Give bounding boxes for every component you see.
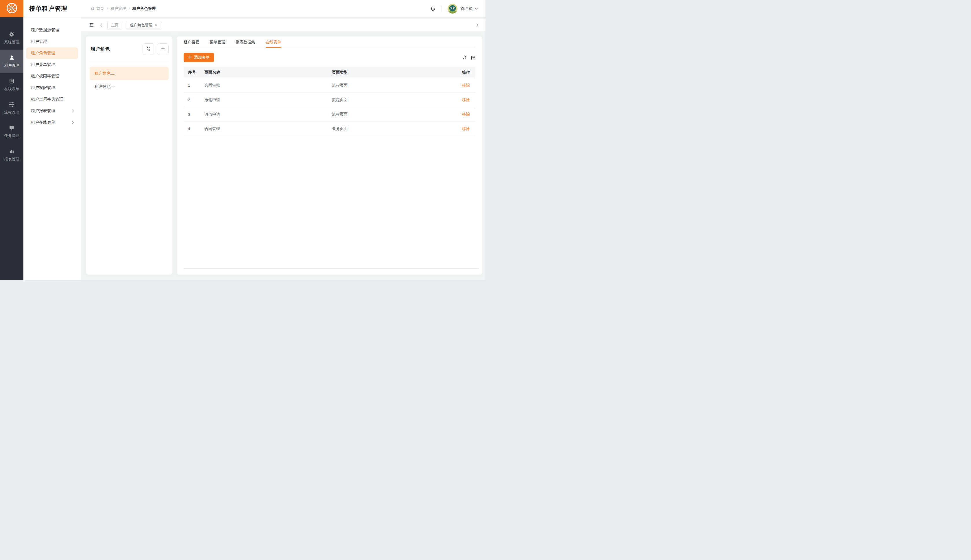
menu-item-tenant[interactable]: 租户管理 xyxy=(26,36,78,47)
menu-item-label: 租户数据源管理 xyxy=(31,27,59,33)
sidebar-item-online-form[interactable]: 在线表单 xyxy=(0,73,23,97)
breadcrumb: 首页 / 租户管理 / 租户角色管理 xyxy=(90,6,156,11)
add-form-button[interactable]: 添加表单 xyxy=(184,53,214,62)
breadcrumb-home[interactable]: 首页 xyxy=(90,6,104,11)
table-row: 3 请假申请 流程页面 移除 xyxy=(184,107,475,122)
menu-item-label: 租户在线表单 xyxy=(31,120,55,125)
refresh-table-icon[interactable] xyxy=(462,55,467,60)
role-panel-title: 租户角色 xyxy=(91,46,142,52)
collapse-sidebar-icon[interactable] xyxy=(89,22,94,28)
cell-index: 1 xyxy=(184,83,204,88)
menu-item-tenant-report[interactable]: 租户报表管理 xyxy=(26,105,78,117)
role-panel-header: 租户角色 xyxy=(86,37,172,62)
cell-page-name: 合同审批 xyxy=(204,83,332,88)
cell-page-type: 流程页面 xyxy=(332,83,452,88)
menu-item-permission-word[interactable]: 租户权限字管理 xyxy=(26,70,78,82)
home-icon xyxy=(90,6,95,11)
menu-item-tenant-role[interactable]: 租户角色管理 xyxy=(26,47,78,59)
breadcrumb-home-label: 首页 xyxy=(96,6,104,11)
avatar xyxy=(448,4,458,13)
close-icon[interactable]: × xyxy=(155,23,157,27)
remove-link[interactable]: 移除 xyxy=(462,127,470,131)
citrus-logo-icon xyxy=(5,2,18,16)
module-sidebar: 系统管理 租户管理 在线表单 xyxy=(0,17,23,280)
sidebar-item-system[interactable]: 系统管理 xyxy=(0,26,23,50)
menu-item-label: 租户菜单管理 xyxy=(31,62,55,67)
menu-item-label: 租户权限管理 xyxy=(31,85,55,90)
menu-item-label: 租户权限字管理 xyxy=(31,74,59,79)
header-divider xyxy=(441,5,442,12)
sidebar-item-task[interactable]: 任务管理 xyxy=(0,120,23,143)
tenant-role-panel: 租户角色 xyxy=(86,37,172,275)
menu-item-tenant-menu[interactable]: 租户菜单管理 xyxy=(26,59,78,70)
role-list-item[interactable]: 租户角色一 xyxy=(90,80,169,93)
column-header-page-type: 页面类型 xyxy=(332,70,452,75)
tab-label: 在线表单 xyxy=(266,40,281,45)
remove-link[interactable]: 移除 xyxy=(462,83,470,88)
app-window: 橙单租户管理 首页 / 租户管理 / 租户角色管理 xyxy=(0,0,486,280)
column-settings-icon[interactable] xyxy=(470,55,475,60)
cell-page-type: 流程页面 xyxy=(332,112,452,117)
table-row: 1 合同审批 流程页面 移除 xyxy=(184,78,475,93)
sidebar-item-label: 任务管理 xyxy=(4,133,19,138)
page-tab-tenant-role[interactable]: 租户角色管理 × xyxy=(126,21,161,30)
tab-report-dataset[interactable]: 报表数据集 xyxy=(236,37,255,48)
table-bottom-scrollbar[interactable] xyxy=(184,268,479,269)
plus-icon xyxy=(188,55,192,60)
refresh-icon xyxy=(146,46,151,52)
sliders-icon xyxy=(9,102,15,107)
form-table: 序号 页面名称 页面类型 操作 1 合同审批 流程页面 移除 2 报销申请 xyxy=(184,67,475,136)
sidebar-item-workflow[interactable]: 流程管理 xyxy=(0,97,23,120)
clipboard-icon xyxy=(9,78,15,84)
menu-item-permission[interactable]: 租户权限管理 xyxy=(26,82,78,93)
scroll-tabs-left-icon[interactable] xyxy=(99,23,104,27)
page-tab-home[interactable]: 主页 xyxy=(107,21,122,30)
cell-page-type: 流程页面 xyxy=(332,97,452,103)
remove-link[interactable]: 移除 xyxy=(462,98,470,102)
menu-item-label: 租户报表管理 xyxy=(31,108,55,113)
cell-page-name: 合同管理 xyxy=(204,126,332,132)
cell-page-name: 报销申请 xyxy=(204,97,332,103)
add-role-button[interactable] xyxy=(157,43,169,55)
tab-tenant-auth[interactable]: 租户授权 xyxy=(184,37,199,48)
tab-menu-manage[interactable]: 菜单管理 xyxy=(210,37,225,48)
user-menu[interactable]: 管理员 xyxy=(448,4,478,13)
breadcrumb-separator: / xyxy=(129,7,130,11)
chevron-right-icon xyxy=(71,109,75,113)
top-bar: 橙单租户管理 首页 / 租户管理 / 租户角色管理 xyxy=(0,0,486,17)
tab-label: 租户授权 xyxy=(184,40,199,45)
table-row: 2 报销申请 流程页面 移除 xyxy=(184,93,475,107)
sidebar-item-report[interactable]: 报表管理 xyxy=(0,143,23,167)
sidebar-item-tenant[interactable]: 租户管理 xyxy=(0,50,23,73)
topbar-right: 管理员 xyxy=(430,4,486,13)
notification-bell-icon[interactable] xyxy=(430,6,436,12)
scroll-tabs-right-icon[interactable] xyxy=(475,23,480,27)
form-toolbar: 添加表单 xyxy=(184,53,475,62)
role-detail-panel: 租户授权 菜单管理 报表数据集 在线表单 xyxy=(177,37,482,275)
cell-index: 2 xyxy=(184,98,204,102)
menu-item-tenant-online-form[interactable]: 租户在线表单 xyxy=(26,117,78,128)
menu-item-datasource[interactable]: 租户数据源管理 xyxy=(26,24,78,36)
sidebar-item-label: 租户管理 xyxy=(4,63,19,68)
sidebar-item-label: 系统管理 xyxy=(4,40,19,45)
tab-label: 报表数据集 xyxy=(236,40,255,45)
page-tab-label: 租户角色管理 xyxy=(130,23,152,28)
tab-label: 菜单管理 xyxy=(210,40,225,45)
role-list-item[interactable]: 租户角色二 xyxy=(90,67,169,80)
remove-link[interactable]: 移除 xyxy=(462,112,470,117)
chevron-right-icon xyxy=(71,121,75,124)
cell-index: 4 xyxy=(184,127,204,131)
gear-icon xyxy=(9,31,15,37)
app-logo xyxy=(0,0,23,17)
page-tab-strip: 主页 租户角色管理 × xyxy=(81,19,486,31)
add-form-button-label: 添加表单 xyxy=(194,55,210,60)
breadcrumb-section[interactable]: 租户管理 xyxy=(110,6,126,11)
sidebar-item-label: 报表管理 xyxy=(4,157,19,162)
tab-online-form[interactable]: 在线表单 xyxy=(266,37,281,48)
menu-item-label: 租户管理 xyxy=(31,39,47,44)
content-area: 租户角色 xyxy=(86,37,482,275)
chevron-down-icon xyxy=(475,8,478,10)
sidebar-item-label: 在线表单 xyxy=(4,87,19,92)
menu-item-global-dict[interactable]: 租户全局字典管理 xyxy=(26,93,78,105)
refresh-roles-button[interactable] xyxy=(142,43,154,55)
